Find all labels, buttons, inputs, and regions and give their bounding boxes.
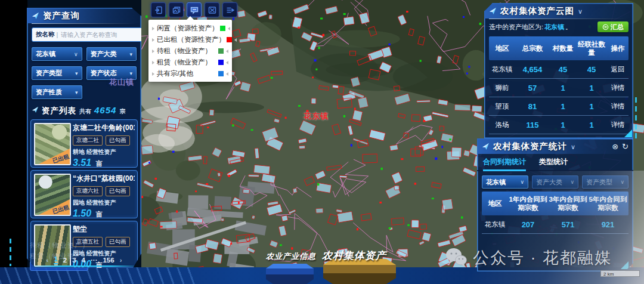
nav-collective-assets[interactable]: 农村集体资产 [322, 249, 386, 263]
asset-card-list: 已出租 京塘二社牛角岭(001); 京塘二社 已勾画 耕地 经营性资产 3.51… [30, 119, 138, 270]
list-filter-icon[interactable] [222, 2, 237, 17]
legend-item[interactable]: 闲置（资源性资产） [148, 23, 232, 34]
asset-query-panel: 资产查询 按名称 | ↻ 花东镇 ∨ 资产大类 ▾ 资产类型 ▾ [27, 8, 141, 268]
page-number[interactable]: 1 [54, 255, 57, 264]
pagination: ‹ 1 2 3 4 ··· 156 › [27, 255, 141, 264]
hex-platform-blue[interactable] [266, 264, 314, 284]
legend-item[interactable]: 共有宗/其他 [148, 68, 232, 79]
filter-asset-type-select[interactable]: 资产类型 ▾ [32, 66, 82, 80]
stats-asset-class-select[interactable]: 资产大类 ∨ [532, 175, 578, 189]
stats-town-select[interactable]: 花东镇 ∨ [482, 175, 528, 189]
caret-icon [152, 61, 154, 64]
asset-card[interactable]: 已出租 “水井口”荔枝园(001); 京塘六社 已勾画 园地 经营性资产 1.5… [30, 170, 138, 218]
caret-icon [152, 38, 154, 42]
caret-icon [226, 72, 228, 76]
selected-region-label: 选中的资产地区为: [489, 23, 543, 32]
asset-tag: 京塘二社 [73, 135, 103, 146]
right-edge-decoration [635, 97, 637, 140]
panel-corner-accent [624, 129, 632, 137]
legend-swatch-green [220, 26, 225, 31]
detail-link[interactable]: 详情 [607, 101, 628, 112]
hex-platform-gold[interactable] [323, 259, 396, 284]
caret-icon [226, 50, 228, 53]
tab-contract-expiry[interactable]: 合同到期统计 [483, 157, 526, 171]
nav-agriculture-info[interactable]: 农业产业信息 [266, 251, 316, 262]
panel-plane-icon [482, 143, 490, 150]
detail-link[interactable]: 详情 [607, 119, 628, 131]
asset-thumbnail: 已出租 [34, 174, 71, 216]
divider: | [57, 31, 58, 38]
filter-asset-nature-select[interactable]: 资产性质 ▾ [32, 85, 82, 99]
page-prev[interactable]: ‹ [47, 257, 49, 264]
expand-frame-icon[interactable] [205, 2, 219, 17]
asset-tag: 已勾画 [106, 135, 130, 146]
table-row: 狮前 57 1 1 详情 [489, 79, 628, 97]
export-report-icon[interactable] [151, 2, 166, 17]
panel-title: 农村集体资产统计 [493, 141, 567, 152]
refresh-icon[interactable]: ↻ [622, 143, 628, 150]
legend-swatch-seagreen [218, 48, 224, 54]
legend-swatch-red [227, 37, 232, 42]
asset-card[interactable]: 已出租 京塘二社牛角岭(001); 京塘二社 已勾画 耕地 经营性资产 3.51… [30, 119, 138, 168]
asset-tag: 京塘六社 [73, 186, 103, 196]
chevron-down-icon: ∨ [570, 179, 574, 185]
tab-type-stats[interactable]: 类型统计 [539, 157, 568, 170]
chevron-down-icon: ∨ [520, 179, 524, 185]
divider [32, 23, 137, 24]
table-row: 花东镇 4,654 45 45 返回 [489, 60, 628, 79]
asset-area-value: 3.51 [73, 158, 91, 168]
caret-icon [152, 72, 154, 76]
legend-item[interactable]: 待租（物业资产） [148, 45, 232, 57]
summary-button[interactable]: 汇总 [597, 21, 628, 32]
panel-plane-icon [489, 7, 497, 15]
page-number[interactable]: 156 [103, 257, 114, 264]
asset-count: 4654 [94, 105, 116, 115]
asset-tag: 已勾画 [106, 237, 130, 247]
map-legend-popup: 闲置（资源性资产） 已出租（资源性资产） 待租（物业资产） 租赁（物业资产） 共… [148, 20, 232, 82]
map-label-huadong: 花东镇 [304, 111, 329, 122]
panel-title: 农村集体资产云图 [500, 5, 574, 17]
rented-ribbon: 已出租 [39, 199, 70, 215]
map-label-huashan: 花山镇 [109, 77, 134, 88]
caret-icon [152, 50, 154, 53]
filter-town-select[interactable]: 花东镇 ∨ [32, 47, 82, 61]
legend-item[interactable]: 已出租（资源性资产） [148, 34, 232, 45]
panel-plane-icon [32, 12, 39, 20]
page-number[interactable]: 2 [63, 257, 67, 264]
panel-plane-icon [32, 106, 39, 113]
filter-asset-class-select[interactable]: 资产大类 ▾ [86, 47, 137, 61]
chevron-down-icon: ▾ [75, 89, 78, 95]
rented-ribbon: 已出租 [39, 149, 70, 164]
table-row: 洛场 115 1 1 详情 [489, 116, 628, 134]
chevron-down-icon: ▾ [75, 70, 78, 76]
summary-icon [602, 24, 609, 30]
search-input[interactable] [60, 30, 143, 39]
comment-legend-icon[interactable] [187, 2, 202, 17]
chevron-down-icon[interactable]: ∨ [571, 143, 575, 151]
page-number[interactable]: 4 [82, 257, 85, 264]
page-number[interactable]: 3 [72, 257, 76, 264]
map-toolbar [151, 2, 237, 17]
asset-name-search-box[interactable]: 按名称 | [32, 27, 159, 42]
map-scale-bar: 2 km [600, 270, 640, 277]
table-row: 望顶 81 1 1 详情 [489, 97, 628, 116]
chevron-down-icon: ∨ [620, 179, 624, 185]
panel-title: 资产查询 [43, 10, 80, 21]
asset-cloud-panel: 农村集体资产云图 ∨ 选中的资产地区为: 花东镇 。 汇总 地区 总宗数 村数量… [484, 3, 633, 138]
page-next[interactable]: › [120, 257, 122, 264]
chevron-down-icon: ▾ [129, 70, 132, 76]
detail-link[interactable]: 详情 [607, 82, 628, 94]
cloud-panel-titlebar: 农村集体资产云图 ∨ [484, 3, 633, 18]
layers-photos-icon[interactable] [169, 2, 184, 17]
stats-tabs: 合同到期统计 类型统计 [477, 154, 633, 171]
asset-thumbnail: 已出租 [34, 123, 71, 165]
cloud-table-header: 地区 总宗数 村数量 经联社数量 操作 [489, 36, 628, 60]
chevron-down-icon[interactable]: ∨ [578, 8, 583, 16]
stats-asset-type-select[interactable]: 资产类型 ∨ [582, 175, 628, 189]
asset-query-titlebar: 资产查询 [27, 8, 141, 23]
close-icon[interactable]: ⊗ [612, 143, 618, 150]
caret-icon [152, 27, 154, 30]
legend-item[interactable]: 租赁（物业资产） [148, 57, 232, 68]
caret-icon [228, 27, 230, 30]
back-link[interactable]: 返回 [607, 64, 628, 75]
